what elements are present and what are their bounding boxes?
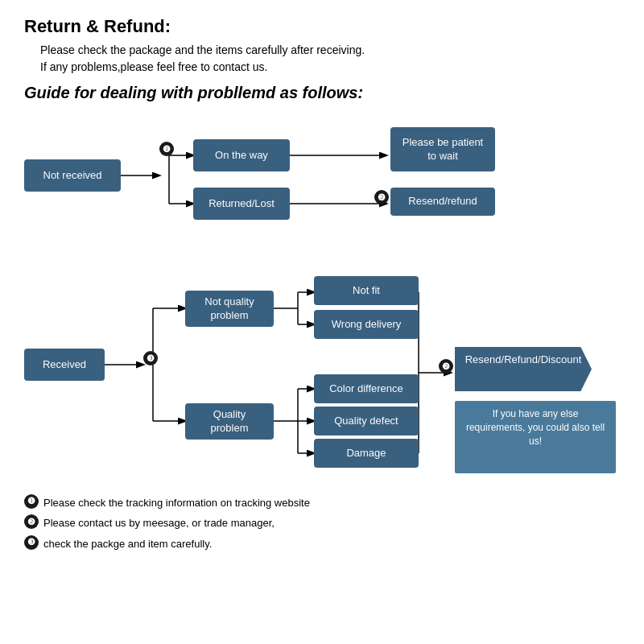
on-the-way-box: On the way — [193, 139, 290, 171]
not-quality-box: Not quality problem — [185, 291, 274, 327]
returned-lost-box: Returned/Lost — [193, 188, 290, 220]
circle-1-top: ❶ — [159, 142, 174, 156]
note3-num: ❸ — [24, 535, 39, 550]
wrong-delivery-box: Wrong delivery — [314, 310, 419, 339]
circle-2-top: ❷ — [374, 190, 389, 204]
not-received-box: Not received — [24, 159, 121, 192]
note2-text: Please contact us by meesage, or trade m… — [43, 514, 275, 532]
subtitle: Please check the package and the items c… — [40, 42, 620, 76]
circle-3-bottom: ❸ — [143, 351, 158, 365]
subtitle-line2: If any problems,please feel free to cont… — [40, 59, 620, 76]
bottom-flow-diagram: Received ❸ Not quality problem Quality p… — [24, 260, 636, 485]
note-3: ❸ check the packge and item carefully. — [24, 535, 620, 553]
note2-num: ❷ — [24, 514, 39, 529]
resend-refund-top-box: Resend/refund — [390, 188, 495, 216]
subtitle-line1: Please check the package and the items c… — [40, 42, 620, 59]
received-box: Received — [24, 349, 105, 381]
note1-num: ❶ — [24, 494, 39, 509]
note-1: ❶ Please check the tracking information … — [24, 493, 620, 512]
circle-2-bottom: ❷ — [439, 359, 453, 374]
note-2: ❷ Please contact us by meesage, or trade… — [24, 514, 620, 532]
page: Return & Refund: Please check the packag… — [0, 0, 644, 571]
not-fit-box: Not fit — [314, 276, 419, 305]
note3-text: check the packge and item carefully. — [43, 535, 212, 553]
damage-box: Damage — [314, 439, 419, 468]
resend-refund-discount-box: Resend/Refund/Discount — [455, 347, 592, 391]
guide-title: Guide for dealing with probllemd as foll… — [24, 84, 620, 102]
top-flow-diagram: Not received ❶ On the way Returned/Lost … — [24, 115, 636, 260]
color-diff-box: Color difference — [314, 374, 419, 403]
quality-box: Quality problem — [185, 403, 274, 440]
page-title: Return & Refund: — [24, 16, 620, 37]
notes-section: ❶ Please check the tracking information … — [24, 493, 620, 553]
quality-defect-box: Quality defect — [314, 407, 419, 436]
please-wait-box: Please be patient to wait — [390, 127, 495, 171]
note1-text: Please check the tracking information on… — [43, 493, 310, 512]
extra-requirements-box: If you have any else requirements, you c… — [455, 401, 616, 473]
